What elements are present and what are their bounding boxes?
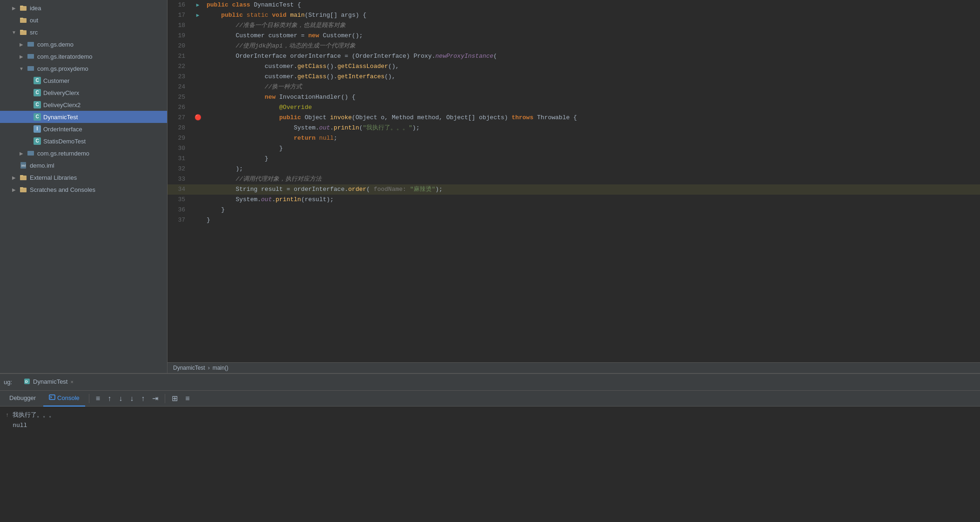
sidebar-label-out: out (30, 17, 38, 24)
sidebar-item-out[interactable]: out (0, 14, 167, 26)
tab-dynamictest[interactable]: D DynamicTest × (18, 374, 79, 390)
class-c-icon: C (34, 137, 41, 145)
line-gutter-32 (191, 164, 205, 174)
line-num-20: 20 (168, 41, 191, 51)
run-arrow-icon: ▶ (196, 2, 200, 8)
console-output: ↑ 我执行了。。。 ↑ null (0, 407, 980, 522)
package-icon (26, 53, 35, 60)
code-line-31: 31 } (168, 154, 980, 164)
sidebar-item-external-libraries[interactable]: ▶ External Libraries (0, 171, 167, 183)
line-code-36: } (205, 205, 980, 215)
svg-rect-15 (20, 187, 23, 189)
sidebar-item-idea[interactable]: ▶ idea (0, 2, 167, 14)
sidebar-item-com-gs-returndemo[interactable]: ▶ com.gs.returndemo (0, 147, 167, 159)
code-container[interactable]: 16 ▶ public class DynamicTest { 17 ▶ pub… (168, 0, 980, 362)
sidebar-label-demo-iml: demo.iml (30, 162, 54, 169)
tab-run-icon: D (23, 378, 31, 386)
toolbar-btn-format[interactable]: ≡ (93, 393, 103, 404)
line-gutter-31 (191, 154, 205, 164)
line-gutter-36 (191, 205, 205, 215)
sidebar-item-scratches-consoles[interactable]: ▶ Scratches and Consoles (0, 183, 167, 196)
toolbar-btn-down[interactable]: ↓ (116, 393, 125, 404)
arrow-icon: ▶ (10, 175, 18, 180)
sidebar-label-deliveryclerx: DeliveryClerx (43, 89, 79, 96)
code-line-19: 19 Customer customer = new Customer(); (168, 31, 980, 41)
toolbar-btn-table[interactable]: ⊞ (169, 393, 181, 404)
sidebar-item-customer[interactable]: C Customer (0, 75, 167, 87)
debug-label: ug: (4, 379, 12, 386)
code-line-17: 17 ▶ public static void main(String[] ar… (168, 10, 980, 20)
sidebar-label-src: src (30, 29, 38, 36)
code-line-25: 25 new InvocationHandler() { (168, 92, 980, 102)
line-code-26: @Override (205, 102, 980, 113)
line-gutter-29 (191, 133, 205, 143)
main-area: ▶ idea out ▼ src ▶ c (0, 0, 980, 373)
line-num-31: 31 (168, 154, 191, 164)
line-code-29: return null; (205, 133, 980, 143)
sidebar-item-dynamictest[interactable]: C DynamicTest (0, 111, 167, 123)
sidebar-item-src[interactable]: ▼ src (0, 26, 167, 38)
svg-rect-13 (20, 175, 23, 176)
toolbar-separator-2 (165, 394, 165, 403)
arrow-icon: ▶ (10, 6, 18, 11)
line-num-25: 25 (168, 92, 191, 102)
tab-debugger[interactable]: Debugger (4, 391, 41, 407)
sidebar-item-com-gs-proxydemo[interactable]: ▼ com.gs.proxydemo (0, 62, 167, 75)
line-code-27: public Object invoke(Object o, Method me… (205, 113, 980, 123)
line-num-37: 37 (168, 215, 191, 225)
sidebar-item-statisdemotest[interactable]: C StatisDemoTest (0, 135, 167, 147)
line-num-24: 24 (168, 82, 191, 92)
code-line-36: 36 } (168, 205, 980, 215)
tab-close-icon[interactable]: × (71, 379, 74, 385)
line-gutter-37 (191, 215, 205, 225)
code-line-26: 26 @Override (168, 102, 980, 113)
sidebar-label-com-gs-demo: com.gs.demo (37, 41, 74, 48)
folder-icon (19, 16, 28, 24)
class-c-icon: C (34, 77, 41, 84)
console-text-1: 我执行了。。。 (13, 410, 55, 420)
toolbar-separator-1 (89, 394, 89, 403)
line-gutter-26 (191, 102, 205, 113)
sidebar-item-com-gs-demo[interactable]: ▶ com.gs.demo (0, 38, 167, 50)
line-code-25: new InvocationHandler() { (205, 92, 980, 102)
sidebar-label-com-gs-proxydemo: com.gs.proxydemo (37, 65, 88, 72)
line-gutter-18 (191, 20, 205, 31)
code-line-23: 23 customer.getClass().getInterfaces(), (168, 72, 980, 82)
sidebar-label-dynamictest: DynamicTest (43, 114, 78, 121)
breadcrumb-separator: › (208, 365, 210, 371)
line-num-16: 16 (168, 0, 191, 10)
run-arrow-icon: ▶ (196, 13, 200, 18)
console-icon (49, 394, 55, 402)
line-num-23: 23 (168, 72, 191, 82)
toolbar-btn-step[interactable]: ⇥ (149, 393, 161, 404)
code-line-34: 34 String result = orderInterface.order(… (168, 184, 980, 195)
tab-console[interactable]: Console (43, 391, 85, 407)
line-num-29: 29 (168, 133, 191, 143)
line-code-28: System.out.println("我执行了。。。"); (205, 123, 980, 133)
sidebar-item-demo-iml[interactable]: iml demo.iml (0, 159, 167, 171)
toolbar-btn-download[interactable]: ↓ (127, 393, 136, 404)
toolbar-btn-settings[interactable]: ≡ (182, 393, 192, 404)
code-line-16: 16 ▶ public class DynamicTest { (168, 0, 980, 10)
toolbar-btn-upload[interactable]: ↑ (138, 393, 148, 404)
sidebar-label-customer: Customer (43, 77, 69, 84)
package-icon (26, 149, 35, 157)
sidebar-item-deliveyclerx2[interactable]: C DeliveyClerx2 (0, 99, 167, 111)
folder-icon (19, 28, 28, 36)
line-gutter-22 (191, 61, 205, 72)
breadcrumb: DynamicTest › main() (168, 362, 980, 373)
line-code-35: System.out.println(result); (205, 195, 980, 205)
console-up-arrow-icon: ↑ (6, 410, 9, 420)
line-num-35: 35 (168, 195, 191, 205)
sidebar-item-com-gs-iteratordemo[interactable]: ▶ com.gs.iteratordemo (0, 50, 167, 62)
console-line-1: ↑ 我执行了。。。 (6, 410, 974, 420)
code-line-30: 30 } (168, 143, 980, 154)
toolbar-btn-up[interactable]: ↑ (105, 393, 114, 404)
line-code-20: //使用jdk的api，动态的生成一个代理对象 (205, 41, 980, 51)
line-code-18: //准备一个目标类对象，也就是顾客对象 (205, 20, 980, 31)
line-num-27: 27 (168, 113, 191, 123)
console-text-2: null (13, 420, 27, 431)
sidebar-item-orderinterface[interactable]: I OrderInterface (0, 123, 167, 135)
line-num-22: 22 (168, 61, 191, 72)
sidebar-item-deliveryclerx[interactable]: C DeliveryClerx (0, 87, 167, 99)
